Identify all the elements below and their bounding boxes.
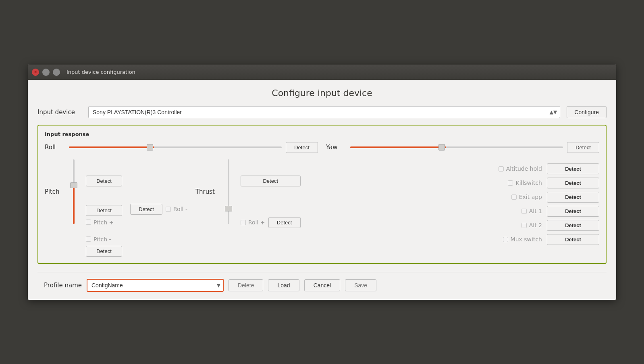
roll-detect-button[interactable]: Detect — [286, 142, 318, 153]
profile-input-wrap: ▼ — [87, 279, 224, 292]
thrust-detect-button[interactable]: Detect — [241, 176, 301, 186]
save-button[interactable]: Save — [345, 279, 376, 291]
pitch-minus-checkbox[interactable] — [86, 236, 91, 242]
exit-app-detect-button[interactable]: Detect — [547, 192, 599, 203]
altitude-hold-label: Altitude hold — [506, 165, 542, 172]
pitch-minus-label: Pitch - — [93, 236, 111, 243]
killswitch-checkbox[interactable] — [508, 180, 513, 186]
alt1-checkbox[interactable] — [521, 209, 527, 214]
mux-switch-detect-button[interactable]: Detect — [547, 234, 599, 245]
close-button[interactable]: ✕ — [32, 69, 39, 76]
pitch-plus-label: Pitch + — [93, 219, 114, 226]
titlebar: ✕ Input device configuration — [28, 65, 616, 80]
input-device-row: Input device Sony PLAYSTATION(R)3 Contro… — [37, 106, 607, 118]
roll-minus-detect-button[interactable]: Detect — [130, 204, 162, 215]
window-body: Configure input device Input device Sony… — [28, 80, 616, 300]
roll-label: Roll — [45, 144, 65, 151]
minimize-button[interactable] — [42, 69, 50, 76]
load-button[interactable]: Load — [268, 279, 299, 291]
alt2-label: Alt 2 — [529, 222, 542, 228]
delete-button[interactable]: Delete — [229, 279, 263, 291]
profile-name-input[interactable] — [87, 279, 224, 292]
alt2-checkbox[interactable] — [521, 223, 527, 228]
input-response-box: Input response Roll Detect Yaw — [37, 125, 607, 264]
configure-button[interactable]: Configure — [567, 106, 607, 118]
roll-minus-checkbox[interactable] — [166, 207, 171, 212]
alt1-detect-button[interactable]: Detect — [547, 206, 599, 217]
pitch-detect-button[interactable]: Detect — [86, 176, 122, 186]
pitch-buttons-detect-bottom[interactable]: Detect — [86, 246, 122, 257]
pitch-buttons-detect-top[interactable]: Detect — [86, 205, 122, 216]
yaw-detect-button[interactable]: Detect — [567, 142, 599, 153]
roll-plus-detect-button[interactable]: Detect — [268, 217, 301, 228]
device-select-wrap: Sony PLAYSTATION(R)3 Controller ▲▼ — [88, 106, 560, 118]
yaw-label: Yaw — [326, 144, 346, 151]
exit-app-label: Exit app — [519, 194, 542, 200]
mux-switch-label: Mux switch — [511, 236, 542, 243]
mux-switch-checkbox[interactable] — [503, 237, 508, 242]
roll-plus-label: Roll + — [248, 219, 265, 226]
input-device-label: Input device — [37, 109, 82, 116]
altitude-hold-checkbox[interactable] — [499, 166, 504, 172]
exit-app-checkbox[interactable] — [511, 195, 517, 200]
killswitch-label: Killswitch — [515, 180, 542, 186]
altitude-hold-detect-button[interactable]: Detect — [547, 163, 599, 174]
page-title: Configure input device — [37, 88, 607, 98]
pitch-plus-checkbox[interactable] — [86, 220, 91, 225]
thrust-label: Thrust — [195, 188, 220, 195]
pitch-label: Pitch — [45, 188, 65, 195]
device-select[interactable]: Sony PLAYSTATION(R)3 Controller — [88, 106, 560, 118]
roll-minus-label: Roll - — [173, 206, 187, 212]
main-window: ✕ Input device configuration Configure i… — [28, 65, 616, 300]
killswitch-detect-button[interactable]: Detect — [547, 178, 599, 188]
alt1-label: Alt 1 — [529, 208, 542, 214]
window-title: Input device configuration — [66, 69, 135, 75]
profile-label: Profile name — [37, 282, 82, 289]
alt2-detect-button[interactable]: Detect — [547, 220, 599, 231]
profile-row: Profile name ▼ Delete Load Cancel Save — [37, 272, 607, 292]
input-response-title: Input response — [45, 131, 599, 137]
cancel-button[interactable]: Cancel — [304, 279, 341, 291]
roll-plus-checkbox[interactable] — [241, 220, 246, 225]
maximize-button[interactable] — [53, 69, 60, 76]
